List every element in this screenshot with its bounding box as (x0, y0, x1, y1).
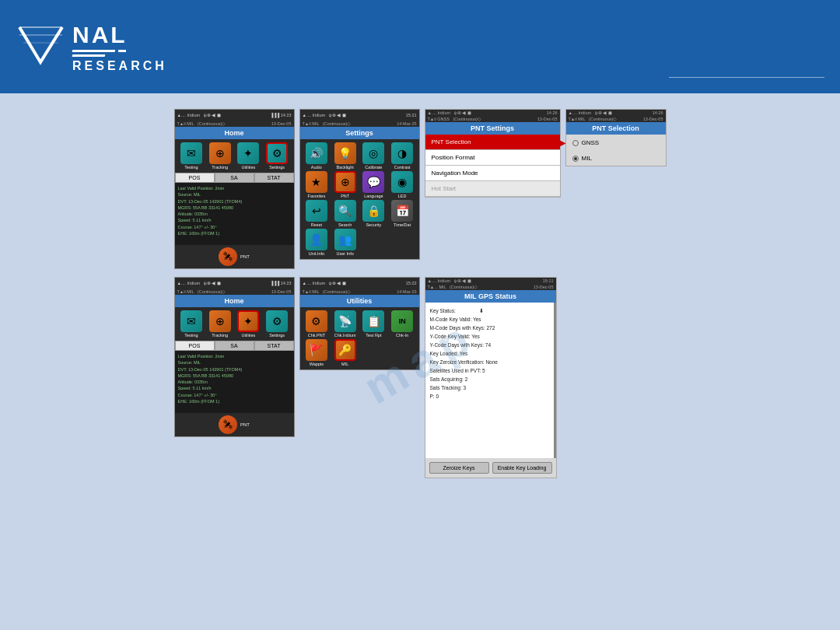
icon-settings-3[interactable]: ⚙ Settings (264, 310, 291, 338)
tab-sa-1[interactable]: SA (215, 173, 254, 183)
icon-settings-1[interactable]: ⚙ Settings (264, 142, 291, 170)
status-bar-3: ▲.... Iridium ψ⊕ ◀ ◼ ▐▐▐ 14:23 (175, 278, 294, 289)
status-bar-2: ▲.... Iridium ψ⊕ ◀ ◼ 15:21 (300, 110, 419, 121)
backlight-label: Backlight (336, 165, 353, 170)
info-line: MGRS: 55A BB 33141 45080 (178, 373, 291, 379)
mcode-days: M-Code Days with Keys: 272 (430, 324, 549, 332)
icon-testing-1[interactable]: ✉ Testing (178, 142, 205, 170)
info-line: Source: MIL (178, 359, 291, 366)
icon-reset[interactable]: ↩ Reset (303, 200, 331, 227)
tab-pos-3[interactable]: POS (175, 341, 215, 351)
backlight-icon-box: 💡 (334, 142, 356, 164)
mil-status-time: 15:11 (543, 278, 554, 283)
icon-utilities-1[interactable]: ✦ Utilities (235, 142, 262, 170)
language-label: Language (364, 194, 383, 198)
enable-key-loading-button[interactable]: Enable Key Loading (492, 462, 552, 474)
screen3-tabs: POS SA STAT (175, 341, 294, 351)
icon-calibrate[interactable]: ◎ Calibrate (360, 142, 387, 170)
calibrate-icon-box: ◎ (362, 142, 384, 164)
icon-led[interactable]: ◉ LED (389, 171, 416, 198)
pnt-position-format-item[interactable]: Position Format (425, 150, 560, 166)
tab-pos-1[interactable]: POS (175, 173, 215, 183)
icon-testrpt[interactable]: 📋 Test Rpt (360, 310, 387, 338)
pnt-selection-item[interactable]: PNT Selection (425, 135, 560, 150)
testrpt-label: Test Rpt (366, 333, 381, 338)
icon-contrast[interactable]: ◑ Contrast (389, 142, 416, 170)
tab-sa-3[interactable]: SA (215, 341, 254, 351)
info-line: Course: 147° +/- 30° (178, 224, 291, 230)
testing-label-3: Testing (184, 333, 198, 338)
unitinfo-label: Unit.Info (309, 251, 324, 256)
icon-chkiridium[interactable]: 📡 Chk.Iridium (331, 310, 359, 338)
icon-utilities-3[interactable]: ✦ Utilities (235, 310, 262, 338)
reset-label: Reset (311, 222, 322, 227)
icon-unitinfo[interactable]: 👤 Unit.Info (303, 229, 331, 256)
audio-label: Audio (311, 165, 322, 170)
utilities-icon-box-3: ✦ (237, 310, 259, 332)
pnt-navigation-mode-item[interactable]: Navigation Mode (425, 166, 560, 181)
timedat-icon-box: 📅 (391, 200, 413, 222)
status-bar-4: ▲.... Iridium ψ⊕ ◀ ◼ 15:22 (300, 278, 419, 289)
icon-pnt[interactable]: ⊕ PNT (331, 171, 359, 198)
pnt-status-left: ▲.... Iridium ψ⊕ ◀ ◼ (428, 110, 471, 115)
testing-icon-box: ✉ (180, 142, 202, 164)
icon-mil[interactable]: 🔑 MIL (331, 339, 359, 366)
gnss-radio[interactable] (572, 140, 579, 146)
icon-tracking-3[interactable]: ⊕ Tracking (206, 310, 233, 338)
mil-label: MIL (341, 362, 348, 366)
chkpnt-icon-box: ⚙ (306, 310, 327, 332)
info-line: Speed: 5.11 km/h (178, 217, 291, 223)
info-line: DVT: 13-Dec-05 142901 (TFOM4) (178, 198, 291, 205)
ycode-days: Y-Code Days with Keys: 74 (430, 341, 549, 349)
gnss-selection-item[interactable]: ▶ GNSS (566, 135, 666, 151)
icon-timedat[interactable]: 📅 Time/Dat (389, 200, 416, 227)
status-left-3: ▲.... Iridium ψ⊕ ◀ ◼ (177, 281, 221, 285)
wappts-icon-box: 🚩 (306, 339, 327, 361)
icon-chkin[interactable]: IN Chk-In (389, 310, 416, 338)
icon-security[interactable]: 🔒 Security (360, 200, 387, 227)
screen1-info: Last Valid Position: 2min Source: MIL DV… (175, 183, 294, 245)
zeroize-keys-button[interactable]: Zeroize Keys (429, 462, 489, 474)
brand-nal: NAL (72, 23, 167, 47)
pnt-settings-title: PNT Settings (425, 122, 560, 135)
mil-status-panel: ▲.... Iridium ψ⊕ ◀ ◼ 15:11 T▲... MIL (Co… (425, 277, 557, 478)
mil-radio[interactable] (572, 156, 579, 162)
pnt-hot-start-item[interactable]: Hot Start (425, 181, 560, 197)
screen1-bottom: 🛰 PNT (175, 245, 294, 268)
top-row: ▲.... Iridium ψ⊕ ◀ ◼ ▐▐▐ 14:23 T▲il MIL … (174, 109, 667, 269)
sel-status-right: 14:26 (653, 110, 663, 115)
contrast-icon-box: ◑ (391, 142, 413, 164)
status-date-2: 14-Mar-25 (397, 121, 416, 126)
icon-userinfo[interactable]: 👥 User Info (331, 229, 359, 256)
icon-search[interactable]: 🔍 Search (331, 200, 359, 227)
pnt-label-1: PNT (240, 254, 250, 259)
screen2-icons: 🔊 Audio 💡 Backlight ◎ Calibrate ◑ Contra… (300, 139, 419, 259)
icon-chkpnt[interactable]: ⚙ Chk.PNT (303, 310, 331, 338)
icon-tracking-1[interactable]: ⊕ Tracking (206, 142, 233, 170)
pnt-icon-3[interactable]: 🛰 (219, 415, 237, 434)
mil-status-buttons: Zeroize Keys Enable Key Loading (425, 458, 556, 478)
tab-stat-3[interactable]: STAT (254, 341, 294, 351)
info-line: DVT: 13-Dec-05 142901 (TFOM4) (178, 366, 291, 373)
icon-testing-3[interactable]: ✉ Testing (178, 310, 205, 338)
chkin-label: Chk-In (396, 333, 408, 338)
security-icon-box: 🔒 (362, 200, 384, 222)
info-line: Last Valid Position: 2min (178, 185, 291, 191)
pnt-icon-1[interactable]: 🛰 (219, 247, 237, 266)
icon-favorites[interactable]: ★ Favorites (303, 171, 331, 198)
info-line: Speed: 5.11 km/h (178, 385, 291, 391)
status-signal-1: T▲il MIL (Continuous)◇ (177, 121, 226, 126)
key-loaded: Key Loaded: Yes (430, 349, 549, 358)
screen-home-top: ▲.... Iridium ψ⊕ ◀ ◼ ▐▐▐ 14:23 T▲il MIL … (174, 109, 295, 269)
icon-language[interactable]: 💬 Language (360, 171, 387, 198)
brand-research: RESEARCH (72, 59, 167, 73)
icon-audio[interactable]: 🔊 Audio (303, 142, 331, 170)
header-decorative-line (669, 77, 824, 78)
sel-signal: T▲il MIL (Continuous)◇ (569, 117, 618, 121)
icon-backlight[interactable]: 💡 Backlight (331, 142, 359, 170)
mil-selection-item[interactable]: MIL (566, 151, 666, 166)
tab-stat-1[interactable]: STAT (254, 173, 294, 183)
icon-wappts[interactable]: 🚩 Wappts (303, 339, 331, 366)
pnt-settings-icon-box: ⊕ (334, 171, 356, 193)
mcode-key-valid: M-Code Key Valid: Yes (430, 315, 549, 324)
